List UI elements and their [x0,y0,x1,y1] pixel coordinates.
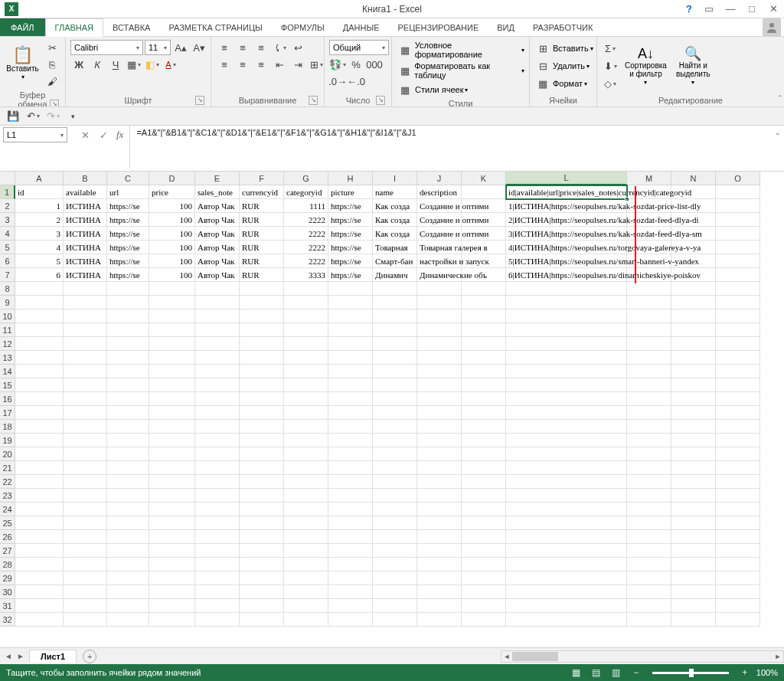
cell[interactable]: RUR [240,254,284,268]
cell[interactable] [64,406,107,420]
cell[interactable] [64,447,107,461]
cell[interactable] [417,447,462,461]
cell[interactable]: 100 [149,241,195,254]
column-header[interactable]: G [284,172,328,185]
row-header[interactable]: 24 [0,503,15,516]
row-header[interactable]: 23 [0,489,15,503]
cell[interactable] [240,461,284,475]
cell[interactable] [627,585,671,599]
cell[interactable] [462,516,506,530]
cell[interactable]: RUR [240,199,284,213]
cell[interactable] [506,392,627,406]
paste-button[interactable]: 📋 Вставить ▾ [5,38,41,89]
zoom-slider[interactable] [652,672,729,674]
formula-bar-expand-icon[interactable]: ⌄ [772,126,784,136]
ribbon-display-options-icon[interactable]: ▭ [698,1,720,18]
cell[interactable]: https://se [107,227,149,241]
cell[interactable]: available [64,185,107,199]
cell[interactable] [671,434,716,447]
cell[interactable] [462,475,506,489]
cell[interactable] [328,516,373,530]
cell[interactable] [15,558,64,571]
cell[interactable] [328,282,373,296]
cell[interactable] [417,282,462,296]
row-header[interactable]: 15 [0,378,15,392]
cell[interactable]: description [417,185,462,199]
cell[interactable] [627,530,671,544]
cell[interactable] [373,351,417,365]
cell[interactable] [15,378,64,392]
cell[interactable] [462,447,506,461]
cell[interactable] [64,599,107,613]
cell[interactable]: RUR [240,241,284,254]
cell[interactable] [15,282,64,296]
cell[interactable] [417,378,462,392]
column-header[interactable]: F [240,172,284,185]
cell[interactable] [417,558,462,571]
cell[interactable] [107,461,149,475]
cell[interactable] [64,434,107,447]
fill-color-button[interactable]: ◧ [144,57,161,72]
sheet-nav-next-icon[interactable]: ► [15,652,26,660]
cell[interactable] [462,309,506,323]
cell[interactable] [64,613,107,627]
decrease-font-icon[interactable]: A▾ [191,40,207,55]
save-icon[interactable]: 💾 [5,109,21,124]
increase-font-icon[interactable]: A▴ [172,40,189,55]
column-header[interactable]: I [373,172,417,185]
cell[interactable] [417,530,462,544]
cell[interactable] [716,447,760,461]
cell[interactable]: currencyid [240,185,284,199]
cell[interactable] [716,227,760,241]
cell[interactable] [627,447,671,461]
cell[interactable]: https://se [328,241,373,254]
cell[interactable] [506,530,627,544]
cell[interactable] [417,475,462,489]
cell[interactable]: Создание и оптими [417,199,462,213]
sheet-tab-active[interactable]: Лист1 [29,650,77,663]
cell[interactable] [149,351,195,365]
cell[interactable] [149,475,195,489]
column-header[interactable]: L [506,172,627,185]
cell[interactable] [195,585,240,599]
cell[interactable] [64,544,107,558]
column-header[interactable]: B [64,172,107,185]
cell[interactable] [328,613,373,627]
clear-icon[interactable]: ◇ [602,76,619,91]
cell[interactable] [284,323,328,337]
cell[interactable]: 100 [149,213,195,227]
cell[interactable] [15,489,64,503]
clipboard-dialog-launcher[interactable]: ↘ [50,100,59,107]
cell[interactable]: ИСТИНА [64,199,107,213]
row-header[interactable]: 12 [0,337,15,351]
cell[interactable] [328,351,373,365]
cell[interactable] [15,447,64,461]
cell[interactable] [417,323,462,337]
cell[interactable]: 100 [149,227,195,241]
cell[interactable] [240,530,284,544]
cell[interactable] [15,571,64,585]
cell[interactable]: 5|ИСТИНА|https://seopulses.ru/smart-bann… [506,254,627,268]
cell[interactable]: Автор Чак [195,213,240,227]
collapse-ribbon-icon[interactable]: ˆ [779,95,781,103]
tab-view[interactable]: ВИД [488,18,524,36]
cell[interactable]: 5 [15,254,64,268]
cell[interactable] [240,558,284,571]
cell[interactable] [716,406,760,420]
cell[interactable] [107,392,149,406]
cell[interactable] [240,392,284,406]
cell[interactable] [149,599,195,613]
cell[interactable] [328,585,373,599]
cell[interactable] [506,406,627,420]
underline-button[interactable]: Ч [107,57,124,72]
tab-home[interactable]: ГЛАВНАЯ [45,18,103,37]
merge-cells-icon[interactable]: ⊞ [308,57,325,72]
cell[interactable] [417,434,462,447]
cell[interactable] [107,365,149,378]
cell[interactable] [149,461,195,475]
align-bottom-icon[interactable]: ≡ [253,40,270,55]
cell[interactable] [627,420,671,434]
row-header[interactable]: 29 [0,571,15,585]
cell[interactable] [627,378,671,392]
cell[interactable] [240,585,284,599]
